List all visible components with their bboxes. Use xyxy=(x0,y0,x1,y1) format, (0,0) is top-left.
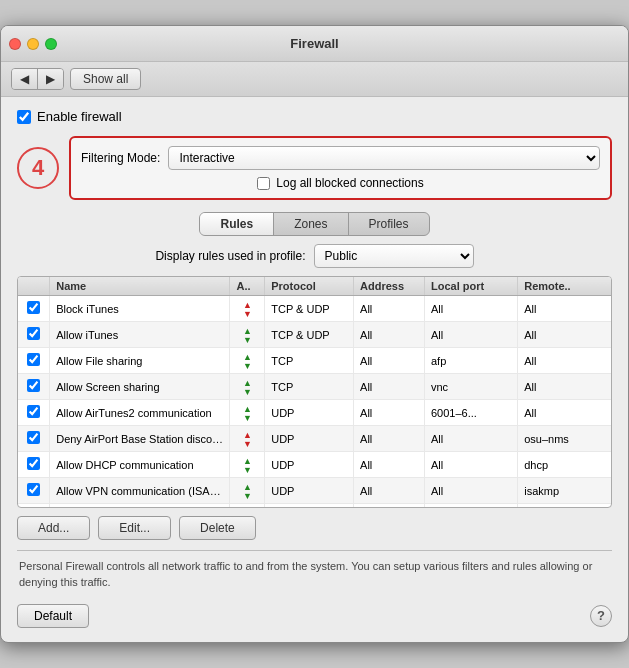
log-blocked-checkbox[interactable] xyxy=(257,177,270,190)
filtering-mode-select[interactable]: Interactive Simple Advanced xyxy=(168,146,600,170)
row-checkbox-cell xyxy=(18,478,50,504)
row-checkbox[interactable] xyxy=(27,379,40,392)
col-header-check xyxy=(18,277,50,296)
table-row[interactable]: Allow VPN communication (L2TP) ▲ ▼ UDPAl… xyxy=(18,504,611,508)
nav-buttons: ◀ ▶ xyxy=(11,68,64,90)
row-protocol: UDP xyxy=(265,478,354,504)
row-local-port: All xyxy=(424,426,517,452)
table-row[interactable]: Allow AirTunes2 communication ▲ ▼ UDPAll… xyxy=(18,400,611,426)
step-circle: 4 xyxy=(17,147,59,189)
row-checkbox-cell xyxy=(18,296,50,322)
col-header-local[interactable]: Local port xyxy=(424,277,517,296)
row-action-icon: ▲ ▼ xyxy=(230,296,265,322)
maximize-button[interactable] xyxy=(45,38,57,50)
row-name: Allow File sharing xyxy=(50,348,230,374)
tab-zones[interactable]: Zones xyxy=(274,213,348,235)
row-checkbox[interactable] xyxy=(27,483,40,496)
table-row[interactable]: Allow VPN communication (ISAKM...) ▲ ▼ U… xyxy=(18,478,611,504)
row-remote-port: isakmp xyxy=(518,478,611,504)
row-local-port: All xyxy=(424,478,517,504)
col-header-protocol[interactable]: Protocol xyxy=(265,277,354,296)
table-row[interactable]: Allow File sharing ▲ ▼ TCPAllafpAll xyxy=(18,348,611,374)
row-checkbox[interactable] xyxy=(27,405,40,418)
filtering-mode-label: Filtering Mode: xyxy=(81,151,160,165)
row-remote-port: dhcp xyxy=(518,452,611,478)
col-header-remote[interactable]: Remote.. xyxy=(518,277,611,296)
row-checkbox-cell xyxy=(18,348,50,374)
row-checkbox[interactable] xyxy=(27,327,40,340)
row-remote-port: All xyxy=(518,348,611,374)
row-checkbox[interactable] xyxy=(27,301,40,314)
tab-rules[interactable]: Rules xyxy=(200,213,274,235)
firewall-window: Firewall ◀ ▶ Show all Enable firewall 4 … xyxy=(0,25,629,643)
divider xyxy=(17,550,612,551)
row-address: All xyxy=(354,322,425,348)
table-row[interactable]: Block iTunes ▲ ▼ TCP & UDPAllAllAll xyxy=(18,296,611,322)
row-local-port: All xyxy=(424,322,517,348)
close-button[interactable] xyxy=(9,38,21,50)
row-checkbox[interactable] xyxy=(27,353,40,366)
row-protocol: UDP xyxy=(265,452,354,478)
toolbar: ◀ ▶ Show all xyxy=(1,62,628,97)
row-checkbox-cell xyxy=(18,504,50,508)
table-header-row: Name A.. Protocol Address Local port Rem… xyxy=(18,277,611,296)
minimize-button[interactable] xyxy=(27,38,39,50)
help-button[interactable]: ? xyxy=(590,605,612,627)
forward-button[interactable]: ▶ xyxy=(38,69,63,89)
filtering-area: 4 Filtering Mode: Interactive Simple Adv… xyxy=(17,136,612,200)
row-name: Allow AirTunes2 communication xyxy=(50,400,230,426)
traffic-lights xyxy=(9,38,57,50)
row-checkbox-cell xyxy=(18,374,50,400)
enable-firewall-checkbox[interactable] xyxy=(17,110,31,124)
row-action-icon: ▲ ▼ xyxy=(230,426,265,452)
back-button[interactable]: ◀ xyxy=(12,69,38,89)
log-row: Log all blocked connections xyxy=(81,176,600,190)
row-action-icon: ▲ ▼ xyxy=(230,478,265,504)
row-checkbox[interactable] xyxy=(27,457,40,470)
default-button[interactable]: Default xyxy=(17,604,89,628)
row-address: All xyxy=(354,452,425,478)
row-address: All xyxy=(354,426,425,452)
row-address: All xyxy=(354,504,425,508)
tabs: Rules Zones Profiles xyxy=(199,212,429,236)
row-local-port: afp xyxy=(424,348,517,374)
edit-button[interactable]: Edit... xyxy=(98,516,171,540)
row-action-icon: ▲ ▼ xyxy=(230,322,265,348)
row-action-icon: ▲ ▼ xyxy=(230,348,265,374)
row-remote-port: l2tp xyxy=(518,504,611,508)
profile-row: Display rules used in profile: Public Ho… xyxy=(17,244,612,268)
table-row[interactable]: Deny AirPort Base Station discovery ▲ ▼ … xyxy=(18,426,611,452)
row-action-icon: ▲ ▼ xyxy=(230,374,265,400)
row-protocol: TCP xyxy=(265,348,354,374)
description-text: Personal Firewall controls all network t… xyxy=(17,559,612,590)
bottom-bar: Default ? xyxy=(17,600,612,630)
row-name: Allow Screen sharing xyxy=(50,374,230,400)
row-checkbox-cell xyxy=(18,322,50,348)
table-row[interactable]: Allow Screen sharing ▲ ▼ TCPAllvncAll xyxy=(18,374,611,400)
row-name: Allow VPN communication (ISAKM...) xyxy=(50,478,230,504)
table-row[interactable]: Allow iTunes ▲ ▼ TCP & UDPAllAllAll xyxy=(18,322,611,348)
row-address: All xyxy=(354,400,425,426)
row-local-port: vnc xyxy=(424,374,517,400)
row-checkbox[interactable] xyxy=(27,431,40,444)
enable-firewall-label: Enable firewall xyxy=(37,109,122,124)
col-header-name[interactable]: Name xyxy=(50,277,230,296)
profile-select[interactable]: Public Home Work xyxy=(314,244,474,268)
row-name: Block iTunes xyxy=(50,296,230,322)
show-all-button[interactable]: Show all xyxy=(70,68,141,90)
row-remote-port: All xyxy=(518,322,611,348)
tab-profiles[interactable]: Profiles xyxy=(349,213,429,235)
row-address: All xyxy=(354,478,425,504)
table-wrapper[interactable]: Name A.. Protocol Address Local port Rem… xyxy=(18,277,611,507)
filtering-row: Filtering Mode: Interactive Simple Advan… xyxy=(81,146,600,170)
content-area: Enable firewall 4 Filtering Mode: Intera… xyxy=(1,97,628,642)
row-action-icon: ▲ ▼ xyxy=(230,400,265,426)
row-checkbox-cell xyxy=(18,400,50,426)
delete-button[interactable]: Delete xyxy=(179,516,256,540)
table-row[interactable]: Allow DHCP communication ▲ ▼ UDPAllAlldh… xyxy=(18,452,611,478)
rules-table: Name A.. Protocol Address Local port Rem… xyxy=(18,277,611,507)
row-checkbox-cell xyxy=(18,452,50,478)
add-button[interactable]: Add... xyxy=(17,516,90,540)
row-protocol: UDP xyxy=(265,426,354,452)
col-header-address[interactable]: Address xyxy=(354,277,425,296)
